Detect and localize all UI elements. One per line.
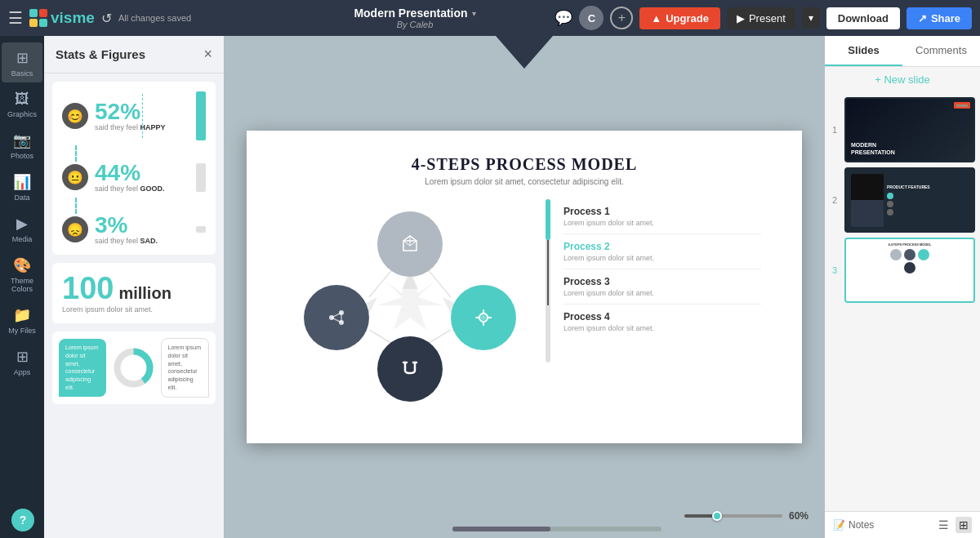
good-label-wrap: 44% said they feel GOOD. <box>95 162 189 193</box>
sidebar-item-label-data: Data <box>14 193 29 202</box>
sidebar-item-data[interactable]: 📊 Data <box>2 167 42 207</box>
slide-num-2: 2 <box>830 195 840 205</box>
svg-line-16 <box>403 241 410 246</box>
panel-close-button[interactable]: × <box>203 46 212 63</box>
logo: visme <box>29 9 95 27</box>
sidebar-item-label-media: Media <box>12 235 33 243</box>
svg-rect-1 <box>39 9 47 17</box>
horizontal-scrollbar[interactable] <box>452 527 662 531</box>
present-button[interactable]: ▶ Present <box>727 7 795 29</box>
graphics-icon: 🖼 <box>15 91 29 108</box>
list-view-button[interactable]: ☰ <box>935 517 952 533</box>
menu-button[interactable]: ☰ <box>8 8 23 28</box>
avatar: C <box>579 6 604 30</box>
process-4-title: Process 4 <box>564 311 761 322</box>
topbar: ☰ visme ↺ All changes saved Modern Prese… <box>0 0 980 36</box>
presentation-author: By Caleb <box>397 20 434 29</box>
slide-thumb-row-3: 3 4-STEPS PROCESS MODEL <box>830 238 975 303</box>
connector-1 <box>75 145 77 162</box>
slide-thumb-1[interactable]: visme MODERNPRESENTATION <box>844 97 975 162</box>
new-slide-button[interactable]: + New slide <box>825 67 980 92</box>
sidebar-item-photos[interactable]: 📷 Photos <box>2 125 42 165</box>
sidebar-item-apps[interactable]: ⊞ Apps <box>2 341 42 381</box>
add-user-button[interactable]: + <box>610 7 633 29</box>
scroll-thumb <box>546 199 550 240</box>
sidebar-item-graphics[interactable]: 🖼 Graphics <box>2 84 42 123</box>
process-divider-3 <box>564 304 761 305</box>
right-tabs: Slides Comments <box>825 36 980 67</box>
svg-line-23 <box>332 318 341 322</box>
process-circle-2[interactable] <box>304 285 369 350</box>
visme-logo-icon <box>29 9 47 27</box>
right-panel: Slides Comments + New slide 1 visme MODE… <box>825 36 980 538</box>
slide-canvas[interactable]: 4-STEPS PROCESS MODEL Lorem ipsum dolor … <box>247 131 802 443</box>
process-area: Process 1 Lorem ipsum dolor sit amet. Pr… <box>279 199 769 387</box>
process-circle-4[interactable] <box>377 336 443 402</box>
scroll-indicator[interactable] <box>546 199 550 362</box>
zoom-slider-thumb[interactable] <box>712 511 722 521</box>
upgrade-button[interactable]: ▲ Upgrade <box>639 7 720 29</box>
sidebar-item-media[interactable]: ▶ Media <box>2 208 42 248</box>
my-files-icon: 📁 <box>13 306 31 324</box>
canvas-area: 4-STEPS PROCESS MODEL Lorem ipsum dolor … <box>224 36 825 538</box>
cube-icon <box>397 231 423 257</box>
slide-thumb-2[interactable]: PRODUCT FEATURES <box>844 167 975 233</box>
slide-thumb-row-1: 1 visme MODERNPRESENTATION <box>830 97 975 162</box>
zoom-slider[interactable] <box>684 514 782 518</box>
sidebar-item-my-files[interactable]: 📁 My Files <box>2 300 42 340</box>
apps-icon: ⊞ <box>16 348 29 366</box>
slide-thumb-3[interactable]: 4-STEPS PROCESS MODEL <box>844 238 975 303</box>
download-button[interactable]: Download <box>826 7 900 29</box>
upgrade-icon: ▲ <box>651 12 662 24</box>
data-icon: 📊 <box>13 173 31 191</box>
grid-view-button[interactable]: ⊞ <box>956 517 972 533</box>
process-3-text: Lorem ipsum dolor sit amet. <box>564 289 761 297</box>
svg-line-17 <box>410 241 416 246</box>
share-button[interactable]: ↗ Share <box>906 7 972 29</box>
sidebar-item-basics[interactable]: ⊞ Basics <box>2 42 42 82</box>
million-word: million <box>118 284 171 303</box>
comment-button[interactable]: 💬 <box>555 9 572 27</box>
notes-button[interactable]: 📝 Notes <box>833 519 874 531</box>
present-play-icon: ▶ <box>737 12 745 24</box>
right-bottom: 📝 Notes ☰ ⊞ <box>825 511 980 538</box>
dark-triangle <box>496 36 553 69</box>
horizontal-scroll-thumb <box>452 527 550 531</box>
process-item-1: Process 1 Lorem ipsum dolor sit amet. <box>564 206 761 227</box>
magnet-icon <box>397 356 423 382</box>
zoom-bar: 60% <box>684 510 808 522</box>
scroll-bar-dark <box>547 240 549 305</box>
process-circle-3[interactable] <box>451 285 516 350</box>
photos-icon: 📷 <box>13 131 31 149</box>
sad-percent: 3% <box>95 214 189 237</box>
title-chevron[interactable]: ▾ <box>472 9 476 18</box>
svg-rect-3 <box>39 19 47 27</box>
left-sidebar: ⊞ Basics 🖼 Graphics 📷 Photos 📊 Data ▶ Me… <box>0 36 44 538</box>
good-icon: 😐 <box>62 164 88 190</box>
process-divider-2 <box>564 269 761 269</box>
notes-label: Notes <box>849 519 874 531</box>
slide-content: 4-STEPS PROCESS MODEL Lorem ipsum dolor … <box>247 131 802 411</box>
topbar-left: ☰ visme ↺ All changes saved <box>8 8 275 28</box>
saved-status: All changes saved <box>118 13 191 23</box>
view-buttons: ☰ ⊞ <box>935 517 972 533</box>
basics-icon: ⊞ <box>16 49 29 67</box>
process-circle-1[interactable] <box>377 211 443 277</box>
speech-donut-card: Lorem ipsumdolor sit amet,consecteturadi… <box>52 331 216 404</box>
process-3-title: Process 3 <box>564 276 761 287</box>
sidebar-item-theme-colors[interactable]: 🎨 Theme Colors <box>2 250 42 298</box>
tab-comments[interactable]: Comments <box>902 36 980 66</box>
slide-1-title: MODERNPRESENTATION <box>851 141 969 156</box>
undo-button[interactable]: ↺ <box>101 11 112 26</box>
good-bar <box>196 163 206 192</box>
help-button[interactable]: ? <box>11 509 34 531</box>
process-item-4: Process 4 Lorem ipsum dolor sit amet. <box>564 311 761 332</box>
notes-icon: 📝 <box>833 519 845 531</box>
million-sub: Lorem ipsum dolor sit amet. <box>62 305 206 313</box>
tab-slides[interactable]: Slides <box>825 36 902 66</box>
sad-icon: 😞 <box>62 216 88 242</box>
slide-title: 4-STEPS PROCESS MODEL <box>279 155 769 174</box>
svg-line-21 <box>332 313 341 318</box>
present-more-button[interactable]: ▾ <box>802 7 820 29</box>
topbar-center: Modern Presentation ▾ By Caleb <box>282 7 549 29</box>
